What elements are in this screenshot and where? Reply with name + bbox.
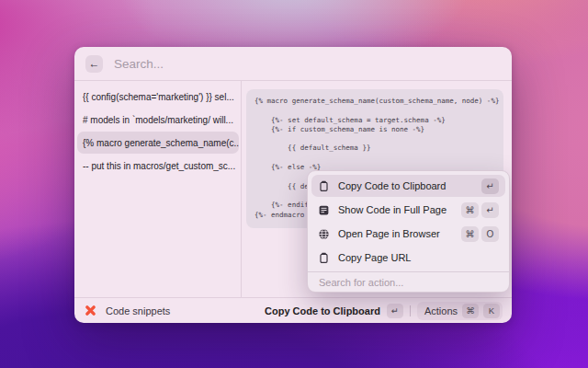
list-item[interactable]: # models in `models/marketing/ will...	[77, 109, 239, 131]
return-key-badge: ↵	[387, 304, 403, 318]
search-input[interactable]	[114, 57, 501, 71]
dbt-logo-icon	[84, 304, 97, 317]
return-key-badge: ↵	[481, 178, 499, 194]
actions-label: Actions	[424, 305, 458, 316]
back-arrow-icon: ←	[89, 57, 100, 70]
footer-bar: Code snippets Copy Code to Clipboard ↵ A…	[74, 297, 512, 323]
clipboard-icon	[318, 180, 330, 192]
footer-actions: Copy Code to Clipboard ↵ Actions ⌘ K	[265, 302, 503, 320]
search-bar: ←	[74, 47, 512, 81]
full-page-icon	[318, 204, 330, 216]
o-key-badge: O	[481, 226, 499, 242]
action-search-row	[308, 272, 509, 292]
list-item-selected[interactable]: {% macro generate_schema_name(c...	[77, 132, 239, 154]
back-button[interactable]: ←	[85, 55, 103, 73]
menu-item-label: Copy Code to Clipboard	[338, 180, 476, 191]
list-item[interactable]: {{ config(schema='marketing') }} sel...	[77, 86, 239, 108]
actions-menu: Copy Code to Clipboard ↵	[307, 170, 510, 293]
app-identity: Code snippets	[84, 304, 170, 317]
menu-item-copy-url[interactable]: Copy Page URL	[311, 246, 505, 270]
list-item[interactable]: -- put this in macros/get_custom_sc...	[77, 155, 239, 177]
command-key-badge: ⌘	[462, 304, 479, 318]
command-key-badge: ⌘	[461, 226, 479, 242]
globe-icon	[318, 228, 330, 240]
app-name: Code snippets	[106, 305, 170, 316]
menu-item-label: Copy Page URL	[338, 252, 499, 263]
return-key-badge: ↵	[481, 202, 499, 218]
actions-menu-list: Copy Code to Clipboard ↵	[308, 171, 509, 270]
snippet-list: {{ config(schema='marketing') }} sel... …	[74, 81, 242, 297]
clipboard-icon	[318, 252, 330, 264]
app-window: ← {{ config(schema='marketing') }} sel..…	[74, 47, 512, 323]
k-key-badge: K	[483, 304, 500, 318]
menu-item-label: Show Code in Full Page	[338, 204, 456, 215]
menu-item-label: Open Page in Browser	[338, 228, 456, 239]
menu-item-show-full-page[interactable]: Show Code in Full Page ⌘ ↵	[311, 198, 505, 222]
footer-separator	[410, 305, 411, 316]
command-key-badge: ⌘	[461, 202, 479, 218]
action-search-input[interactable]	[319, 277, 498, 288]
primary-action-button[interactable]: Copy Code to Clipboard	[265, 305, 380, 316]
menu-item-copy-code[interactable]: Copy Code to Clipboard ↵	[311, 175, 505, 197]
actions-button[interactable]: Actions ⌘ K	[417, 302, 503, 320]
menu-item-open-browser[interactable]: Open Page in Browser ⌘ O	[311, 222, 505, 246]
